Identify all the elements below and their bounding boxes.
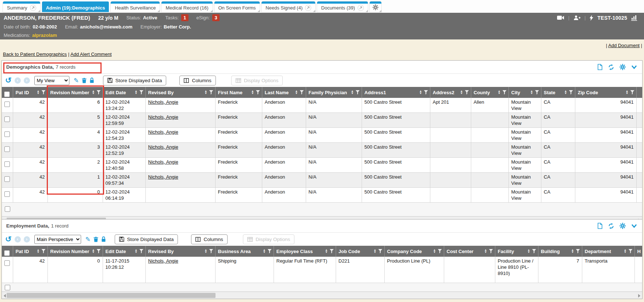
chevron-down-icon[interactable] (631, 65, 637, 69)
filter-icon[interactable] (209, 90, 213, 95)
tab-summary[interactable]: Summary (3, 1, 40, 12)
column-header-edit-date[interactable]: Edit Date▲▼ (103, 246, 145, 257)
column-header-pat-id[interactable]: Pat ID▲▼ (13, 87, 47, 98)
filter-icon[interactable] (300, 90, 304, 95)
sort-icon[interactable]: ▲▼ (498, 90, 501, 95)
row-checkbox[interactable] (4, 116, 10, 122)
popout-icon[interactable] (305, 5, 311, 11)
refresh-icon[interactable] (608, 64, 614, 70)
sort-icon[interactable]: ▲▼ (251, 90, 254, 95)
bar-chart-icon[interactable] (631, 15, 637, 21)
next-view-icon[interactable]: › (24, 236, 30, 242)
sort-icon[interactable]: ▲▼ (433, 249, 436, 253)
filter-icon[interactable] (140, 90, 144, 95)
tab-medical-record[interactable]: Medical Record (16) (161, 1, 212, 12)
sort-icon[interactable]: ▲▼ (205, 249, 207, 253)
new-document-icon[interactable] (597, 64, 603, 70)
delete-view-icon[interactable] (82, 78, 87, 83)
filter-icon[interactable] (378, 249, 382, 253)
sort-icon[interactable]: ▲▼ (37, 249, 40, 253)
column-header-employee-class[interactable]: Employee Class▲▼ (274, 246, 336, 257)
column-header-department[interactable]: Department▲▼ (582, 246, 635, 257)
filter-icon[interactable] (465, 90, 469, 95)
filter-icon[interactable] (576, 249, 580, 253)
delete-view-icon[interactable] (94, 237, 98, 242)
column-header-business-area[interactable]: Business Area▲▼ (215, 246, 274, 257)
tasks-count-badge[interactable]: 1 (181, 14, 188, 21)
column-header-edit-date[interactable]: Edit Date▲▼ (103, 87, 145, 98)
tab-needs-signed[interactable]: Needs Signed (4) (262, 1, 315, 12)
tab-on-screen-forms[interactable]: On Screen Forms (214, 1, 260, 12)
column-header-company-code[interactable]: Company Code▲▼ (384, 246, 444, 257)
column-header-city[interactable]: City▲▼ (508, 87, 541, 98)
column-header-pat-id[interactable]: Pat ID▲▼ (13, 246, 47, 257)
filter-icon[interactable] (424, 90, 428, 95)
filter-icon[interactable] (330, 249, 334, 253)
filter-icon[interactable] (42, 249, 46, 253)
filter-icon[interactable] (356, 90, 360, 95)
column-header-first-name[interactable]: First Name▲▼ (215, 87, 262, 98)
column-header-partial[interactable]: H (635, 246, 642, 257)
edit-view-icon[interactable]: ✎ (74, 77, 79, 84)
store-displayed-data-button[interactable]: Store Displayed Data (115, 234, 178, 244)
column-header-revised-by[interactable]: Revised By▲▼ (145, 246, 215, 257)
prev-view-icon[interactable]: ‹ (15, 236, 21, 242)
revised-by-link[interactable]: Nichols, Angie (148, 258, 178, 264)
revised-by-link[interactable]: Nichols, Angie (148, 129, 178, 135)
column-header-cost-center[interactable]: Cost Center▲▼ (444, 246, 495, 257)
esign-count-badge[interactable]: 3 (212, 14, 219, 21)
revised-by-link[interactable]: Nichols, Angie (148, 174, 178, 180)
column-header-zip-code[interactable]: Zip Code▲▼ (575, 87, 636, 98)
revised-by-link[interactable]: Nichols, Angie (148, 99, 178, 105)
column-header-address1[interactable]: Address1▲▼ (362, 87, 430, 98)
row-checkbox[interactable] (4, 102, 10, 107)
sort-icon[interactable]: ▲▼ (325, 249, 328, 253)
scroll-left-arrow[interactable] (4, 294, 6, 298)
sort-icon[interactable]: ▲▼ (484, 249, 487, 253)
select-all-checkbox[interactable] (4, 251, 9, 256)
filter-icon[interactable] (209, 249, 213, 253)
sort-icon[interactable]: ▲▼ (92, 249, 95, 253)
sort-icon[interactable]: ▲▼ (564, 90, 567, 95)
filter-icon[interactable] (630, 90, 635, 95)
popout-icon[interactable] (30, 5, 36, 11)
select-all-checkbox[interactable] (4, 92, 9, 97)
add-person-icon[interactable] (573, 15, 580, 20)
columns-button[interactable]: Columns (179, 76, 216, 85)
column-header-revision-number[interactable]: Revision Number▲▼ (47, 246, 103, 257)
tab-admin-demographics[interactable]: Admin (19):Demographics (42, 1, 109, 12)
tab-settings-gear[interactable] (370, 1, 381, 12)
tab-documents[interactable]: Documents (39) (317, 1, 367, 12)
tab-health-surveillance[interactable]: Health Surveillance (111, 1, 160, 12)
add-document-link[interactable]: Add Document (608, 43, 640, 48)
column-header-address2[interactable]: Address2▲▼ (430, 87, 471, 98)
sort-icon[interactable]: ▲▼ (419, 90, 422, 95)
gear-icon[interactable] (620, 64, 626, 70)
medications-value[interactable]: alprazolam (32, 33, 57, 38)
row-checkbox[interactable] (4, 191, 10, 197)
lock-view-icon[interactable] (101, 236, 106, 242)
revised-by-link[interactable]: Nichols, Angie (148, 159, 178, 165)
gear-icon[interactable] (620, 223, 626, 229)
sort-icon[interactable]: ▲▼ (205, 90, 207, 95)
sort-icon[interactable]: ▲▼ (135, 90, 138, 95)
sort-icon[interactable]: ▲▼ (530, 90, 533, 95)
scroll-right-arrow[interactable] (638, 294, 640, 298)
back-to-demographics-link[interactable]: Back to Patient Demographics (3, 51, 67, 57)
filter-icon[interactable] (97, 90, 101, 95)
row-checkbox[interactable] (4, 131, 10, 137)
column-header-county[interactable]: County▲▼ (471, 87, 508, 98)
column-header-job-code[interactable]: Job Code▲▼ (336, 246, 384, 257)
row-checkbox[interactable] (4, 176, 10, 182)
filter-icon[interactable] (438, 249, 442, 253)
refresh-icon[interactable] (608, 223, 614, 229)
undo-icon[interactable]: ↺ (5, 236, 12, 243)
undo-icon[interactable]: ↺ (5, 77, 12, 84)
sort-icon[interactable]: ▲▼ (351, 90, 354, 95)
filter-icon[interactable] (569, 90, 573, 95)
new-document-icon[interactable] (597, 223, 603, 229)
filter-icon[interactable] (268, 249, 272, 253)
filter-icon[interactable] (97, 249, 101, 253)
view-selector[interactable]: Main Perspective (34, 235, 81, 244)
sort-icon[interactable]: ▲▼ (374, 249, 377, 253)
